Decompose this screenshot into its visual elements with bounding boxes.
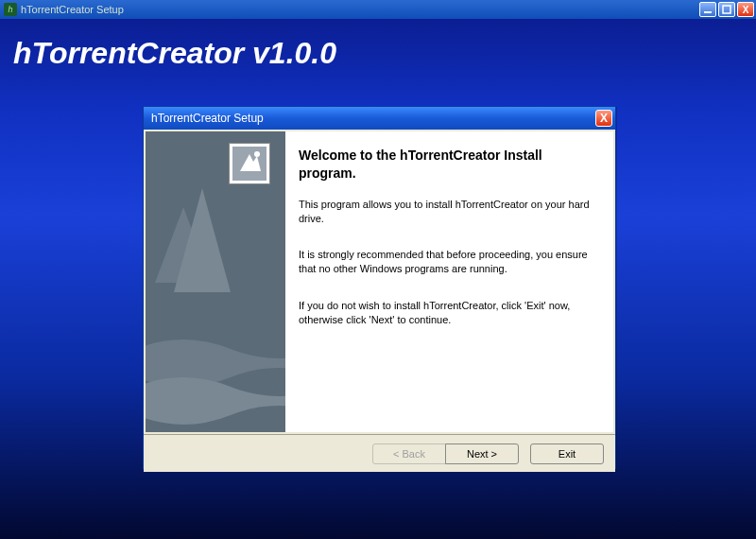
back-button: < Back [372,443,446,464]
outer-window-controls: X [699,2,754,17]
maximize-button[interactable] [718,2,735,17]
installer-para-3: If you do not wish to install hTorrentCr… [299,299,594,327]
outer-titlebar[interactable]: h hTorrentCreator Setup X [0,0,756,19]
installer-title: hTorrentCreator Setup [151,112,595,125]
svg-rect-0 [704,11,712,13]
app-icon: h [4,3,17,16]
svg-point-7 [254,151,260,157]
svg-rect-1 [723,6,730,13]
installer-body: Welcome to the hTorrentCreator Install p… [146,131,613,432]
installer-para-2: It is strongly recommended that before p… [299,248,594,276]
exit-button[interactable]: Exit [530,443,604,464]
installer-para-1: This program allows you to install hTorr… [299,198,594,226]
installer-content: Welcome to the hTorrentCreator Install p… [285,131,613,432]
installer-logo-icon [229,143,270,184]
outer-window: h hTorrentCreator Setup X hTorrentCreato… [0,0,756,539]
banner-title: hTorrentCreator v1.0.0 [0,19,756,71]
close-button[interactable]: X [737,2,754,17]
minimize-button[interactable] [699,2,716,17]
installer-close-button[interactable]: X [595,110,612,127]
installer-dialog: hTorrentCreator Setup X [143,106,616,469]
nav-button-group: < Back Next > [372,443,519,464]
outer-title: hTorrentCreator Setup [21,4,699,15]
next-button[interactable]: Next > [445,443,519,464]
installer-side-panel [146,131,285,432]
installer-heading: Welcome to the hTorrentCreator Install p… [299,147,594,183]
installer-footer: < Back Next > Exit [144,434,615,472]
installer-titlebar[interactable]: hTorrentCreator Setup X [144,107,615,130]
